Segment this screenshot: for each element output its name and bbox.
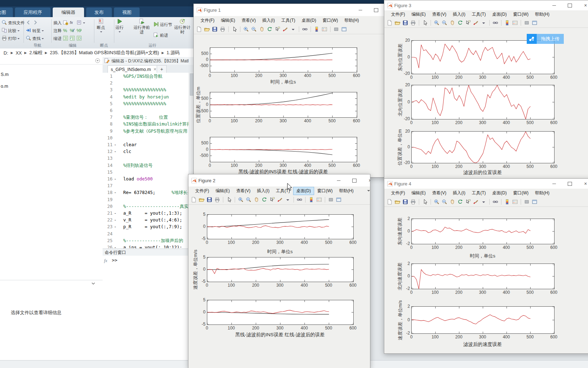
ribbon-tab-5[interactable]: 视图 [114,7,140,17]
legend-icon[interactable] [512,20,518,26]
menu-item-1[interactable]: 文件(F) [388,189,408,197]
dock-figure-icon[interactable] [341,26,347,32]
menu-item-3[interactable]: 查看(V) [429,189,449,197]
menu-item-2[interactable]: 编辑(E) [218,16,238,25]
menu-item-8[interactable]: 帮助(H) [532,189,553,197]
minimize-button[interactable] [354,4,366,16]
legend-icon[interactable] [321,26,328,32]
code-line[interactable]: 2 [103,80,189,86]
ribbon-tab-4[interactable]: 发布 [86,7,112,17]
print-button[interactable]: 打印 [0,35,23,42]
link-plot-icon[interactable] [296,196,303,203]
menu-item-8[interactable]: 帮助(H) [532,10,553,19]
colorbar-icon[interactable] [504,20,510,26]
file-list-item[interactable]: o.m [1,84,8,89]
zoom-in-icon[interactable] [433,20,440,26]
menu-item-4[interactable]: 插入(I) [254,187,272,195]
command-window[interactable]: fx >> [103,256,194,360]
legend-icon[interactable] [316,196,322,203]
colorbar-icon[interactable] [308,196,314,203]
data-cursor-icon[interactable] [465,199,471,205]
maximize-button[interactable] [348,174,360,186]
dropdown-icon[interactable] [285,196,291,203]
compare-button[interactable]: 比较 [0,27,23,35]
rotate3d-icon[interactable] [457,20,463,26]
pointer-icon[interactable] [231,26,238,32]
print-icon[interactable] [410,20,416,26]
breadcrumb-item[interactable]: XX [16,50,22,56]
code-line[interactable]: 11- clear [103,141,189,148]
upload-badge[interactable]: 拖拽上传 [527,34,564,44]
menu-item-1[interactable]: 文件(F) [192,187,212,195]
dock-figure-small-icon[interactable] [524,199,530,205]
menu-item-2[interactable]: 编辑(E) [212,187,233,195]
open-file-icon[interactable] [198,196,205,203]
print-icon[interactable] [214,196,220,203]
dock-figure-small-icon[interactable] [524,20,530,26]
code-line[interactable]: 19 [103,196,189,203]
axes-subplot-2[interactable] [411,264,555,289]
zoom-out-icon[interactable] [245,196,252,203]
menu-item-8[interactable]: 帮助(H) [336,187,357,195]
menu-item-6[interactable]: 桌面(D) [489,10,510,19]
code-line[interactable]: 1 %GPS/INS组合导航 [103,73,189,80]
command-prompt[interactable]: >> [112,257,118,263]
axes-subplot-2[interactable] [210,92,357,118]
code-line[interactable]: 5 %%%%%%%%%%%%%%%% [103,100,189,107]
menu-item-4[interactable]: 插入(I) [449,10,468,19]
print-icon[interactable] [219,26,226,32]
code-line[interactable]: 26- a_ins = yout(:,10:12); [103,244,189,248]
run-section-button[interactable]: 运行节 [152,21,172,29]
axes-subplot-3[interactable] [411,306,555,334]
dropdown-icon[interactable] [480,20,487,26]
panel-menu-icon[interactable] [95,58,100,65]
pointer-icon[interactable] [226,196,232,203]
zoom-out-icon[interactable] [251,26,257,32]
code-line[interactable]: 24 [103,230,189,237]
chevron-down-icon[interactable] [90,281,96,288]
menu-item-4[interactable]: 插入(I) [259,16,278,25]
menu-item-6[interactable]: 桌面(D) [489,189,510,197]
axes-subplot-1[interactable] [411,219,555,244]
menu-item-7[interactable]: 窗口(W) [510,10,532,19]
command-window-header[interactable]: 命令行窗口 [103,249,194,256]
menu-item-5[interactable]: 工具(T) [469,10,489,19]
close-tab-icon[interactable]: ✕ [153,67,157,72]
insert-button[interactable]: 插入 fx [52,19,93,27]
menu-item-7[interactable]: 窗口(W) [314,187,336,195]
pan-icon[interactable] [253,196,260,203]
code-line[interactable]: 13 [103,155,189,162]
menu-item-5[interactable]: 工具(T) [469,189,489,197]
axes-subplot-3[interactable] [411,131,555,163]
menu-item-6[interactable]: 桌面(D) [293,187,314,195]
menu-item-2[interactable]: 编辑(E) [408,10,429,19]
legend-icon[interactable] [512,199,518,205]
goto-button[interactable]: 转至 [24,27,51,35]
new-tab-button[interactable]: + [157,65,167,73]
close-button[interactable]: × [364,174,370,186]
minimize-button[interactable] [548,179,560,189]
rotate3d-icon[interactable] [261,196,267,203]
ribbon-tab-2[interactable]: 应用程序 [15,7,51,17]
menu-item-1[interactable]: 文件(F) [197,16,218,25]
find-files-button[interactable]: 查找文件 [0,19,23,27]
pointer-icon[interactable] [422,199,428,205]
axes-subplot-1[interactable] [207,214,354,239]
ribbon-tab-1[interactable]: 绘图 [0,7,13,17]
axes-subplot-2[interactable] [207,257,354,282]
dock-figure-small-icon[interactable] [328,196,334,203]
maximize-button[interactable] [564,179,576,189]
comment-button[interactable]: 注释 % % % [52,27,93,35]
axes-subplot-3[interactable] [207,300,354,325]
file-list-item[interactable]: S.m [1,72,9,77]
code-line[interactable]: 23- p_R = yout(:,7:9); [103,223,189,230]
zoom-out-icon[interactable] [441,199,448,205]
menu-item-2[interactable]: 编辑(E) [408,189,429,197]
pan-icon[interactable] [449,199,456,205]
save-icon[interactable] [212,26,218,32]
breadcrumb-item[interactable]: 1.源码 [167,50,180,56]
pan-icon[interactable] [449,20,456,26]
menu-overflow-icon[interactable] [367,190,370,193]
link-plot-icon[interactable] [492,20,499,26]
new-file-icon[interactable] [191,196,197,203]
